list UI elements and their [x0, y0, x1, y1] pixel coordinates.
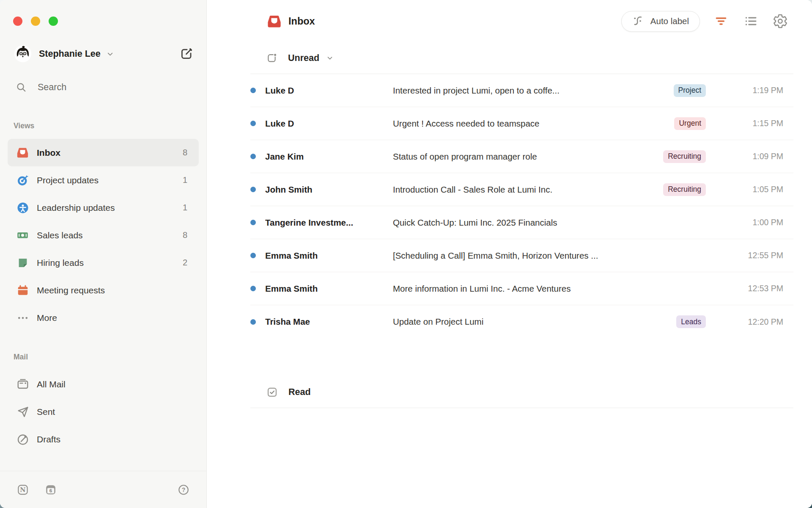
ellipsis-icon — [16, 312, 29, 324]
unread-icon — [266, 52, 277, 64]
email-row[interactable]: Emma Smith More information in Lumi Inc.… — [250, 272, 793, 305]
notion-app-button[interactable]: N — [17, 484, 29, 496]
auto-label-button[interactable]: Auto label — [621, 11, 700, 32]
sidebar-item-label: Sales leads — [37, 230, 83, 240]
unread-section-header[interactable]: Unread — [266, 42, 812, 74]
page-title: Inbox — [288, 16, 315, 27]
notion-logo-icon: N — [17, 484, 29, 496]
email-row[interactable]: Tangerine Investme... Quick Catch-Up: Lu… — [250, 206, 793, 239]
email-sender: Jane Kim — [265, 152, 393, 162]
email-sender: Luke D — [265, 119, 393, 129]
search[interactable]: Search — [16, 81, 194, 94]
email-time: 1:00 PM — [706, 218, 793, 227]
sidebar-item-label: Meeting requests — [37, 285, 105, 295]
sidebar-item-count: 8 — [183, 230, 187, 240]
avatar — [14, 45, 32, 63]
sidebar-item-label: Drafts — [37, 434, 60, 444]
notion-calendar-button[interactable]: 6 — [45, 484, 57, 496]
email-sender: Emma Smith — [265, 251, 393, 261]
email-sender: Tangerine Investme... — [265, 218, 393, 228]
sidebar-item-leadership-updates[interactable]: Leadership updates 1 — [8, 194, 199, 221]
read-section-header[interactable]: Read — [266, 376, 812, 408]
email-row[interactable]: Luke D Urgent ! Access needed to teamspa… — [250, 107, 793, 140]
email-sender: Trisha Mae — [265, 317, 393, 327]
settings-button[interactable] — [772, 13, 789, 30]
compose-icon — [180, 47, 193, 61]
sidebar-item-drafts[interactable]: Drafts — [8, 425, 199, 453]
compose-button[interactable] — [179, 47, 194, 61]
email-time: 12:53 PM — [706, 284, 793, 293]
email-subject: More information in Lumi Inc. - Acme Ven… — [393, 284, 706, 294]
banknote-icon — [16, 229, 29, 242]
zoom-button[interactable] — [49, 17, 58, 26]
chevron-down-icon — [326, 54, 334, 62]
calendar-badge-icon: 6 — [45, 484, 57, 496]
chevron-down-icon — [106, 50, 114, 58]
sidebar-item-label: More — [37, 313, 57, 323]
sidebar-item-count: 2 — [183, 258, 187, 268]
filter-button[interactable] — [713, 13, 730, 30]
unread-dot — [250, 121, 256, 126]
sidebar-item-more[interactable]: More — [8, 304, 199, 331]
email-row[interactable]: Emma Smith [Scheduling a Call] Emma Smit… — [250, 239, 793, 272]
help-button[interactable]: ? — [178, 484, 189, 496]
send-icon — [16, 406, 29, 418]
sidebar-item-label: Leadership updates — [37, 203, 115, 213]
sidebar-item-label: Project updates — [37, 175, 99, 185]
account-name: Stephanie Lee — [39, 49, 101, 59]
sidebar-item-count: 8 — [183, 148, 187, 157]
target-icon — [16, 174, 29, 187]
email-tag: Urgent — [674, 117, 706, 130]
sidebar-item-all-mail[interactable]: All Mail — [8, 370, 199, 398]
email-time: 1:09 PM — [706, 152, 793, 161]
sidebar-item-count: 1 — [183, 203, 187, 213]
account-switcher[interactable]: Stephanie Lee — [14, 44, 194, 63]
email-row[interactable]: John Smith Introduction Call - Sales Rol… — [250, 173, 793, 206]
unread-dot — [250, 253, 256, 258]
read-section-label: Read — [288, 387, 311, 398]
sidebar-item-label: Sent — [37, 407, 55, 417]
list-view-button[interactable] — [742, 13, 759, 30]
header-controls: Auto label — [621, 11, 789, 32]
sidebar-item-count: 1 — [183, 175, 187, 185]
email-tag: Recruiting — [663, 150, 706, 163]
unread-dot — [250, 319, 256, 325]
email-subject: [Scheduling a Call] Emma Smith, Horizon … — [393, 251, 706, 261]
svg-text:N: N — [20, 486, 25, 493]
email-tag: Leads — [676, 315, 706, 328]
email-time: 1:19 PM — [706, 86, 793, 95]
unread-section-label: Unread — [288, 53, 319, 64]
email-row[interactable]: Jane Kim Status of open program manager … — [250, 140, 793, 173]
sidebar-item-project-updates[interactable]: Project updates 1 — [8, 166, 199, 194]
sidebar-item-inbox[interactable]: Inbox 8 — [8, 139, 199, 166]
sidebar-item-hiring-leads[interactable]: Hiring leads 2 — [8, 249, 199, 276]
unread-dot — [250, 187, 256, 192]
email-list: Luke D Interested in project Lumi, open … — [250, 74, 793, 338]
email-time: 1:05 PM — [706, 185, 793, 194]
minimize-button[interactable] — [31, 17, 40, 26]
close-button[interactable] — [13, 17, 22, 26]
email-row[interactable]: Luke D Interested in project Lumi, open … — [250, 74, 793, 107]
unread-dot — [250, 154, 256, 159]
mail-app-window: Stephanie Lee Search Views — [0, 0, 812, 508]
auto-label-text: Auto label — [650, 16, 689, 26]
svg-text:6: 6 — [49, 487, 52, 493]
unread-dot — [250, 220, 256, 225]
inbox-icon — [16, 146, 29, 159]
read-checkbox-icon — [266, 387, 278, 398]
help-icon: ? — [178, 484, 189, 496]
email-sender: John Smith — [265, 185, 393, 195]
email-subject: Update on Project Lumi — [393, 317, 676, 327]
mail-section-label: Mail — [14, 353, 206, 360]
sidebar-item-sent[interactable]: Sent — [8, 398, 199, 425]
sidebar: Stephanie Lee Search Views — [0, 0, 207, 508]
email-row[interactable]: Trisha Mae Update on Project Lumi Leads … — [250, 305, 793, 338]
gear-icon — [773, 14, 788, 29]
email-subject: Introduction Call - Sales Role at Lumi I… — [393, 185, 663, 195]
sidebar-item-sales-leads[interactable]: Sales leads 8 — [8, 221, 199, 249]
sidebar-footer: N 6 ? — [0, 471, 206, 508]
sidebar-item-meeting-requests[interactable]: Meeting requests — [8, 276, 199, 304]
drafts-icon — [16, 433, 29, 446]
email-subject: Urgent ! Access needed to teamspace — [393, 119, 674, 129]
auto-label-icon — [632, 15, 645, 28]
